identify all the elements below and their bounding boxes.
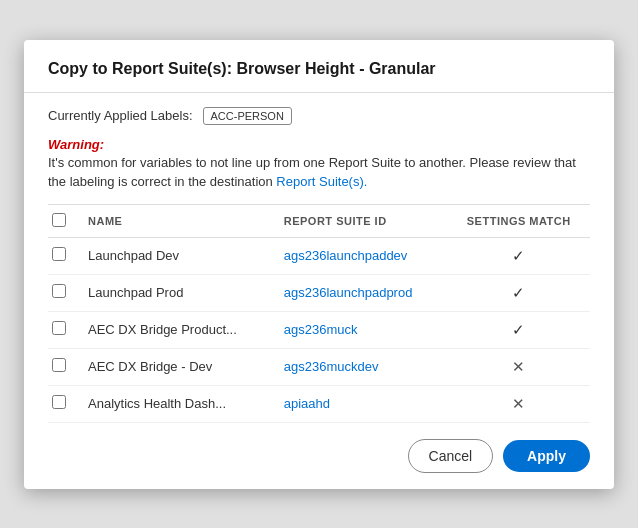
settings-match-column-header: SETTINGS MATCH [448, 204, 590, 237]
copy-to-report-suite-dialog: Copy to Report Suite(s): Browser Height … [24, 40, 614, 489]
row-checkbox-0[interactable] [52, 247, 66, 261]
report-suites-table: NAME REPORT SUITE ID SETTINGS MATCH Laun… [48, 204, 590, 423]
table-header-row: NAME REPORT SUITE ID SETTINGS MATCH [48, 204, 590, 237]
row-checkbox-cell [48, 311, 80, 348]
x-icon: ✕ [512, 358, 525, 375]
row-name: AEC DX Bridge Product... [80, 311, 276, 348]
warning-title: Warning: [48, 137, 104, 152]
apply-button[interactable]: Apply [503, 440, 590, 472]
row-checkbox-2[interactable] [52, 321, 66, 335]
row-name: Launchpad Dev [80, 237, 276, 274]
row-report-suite-id: ags236launchpadprod [276, 274, 448, 311]
row-checkbox-cell [48, 385, 80, 422]
row-checkbox-4[interactable] [52, 395, 66, 409]
row-checkbox-cell [48, 274, 80, 311]
table-row: Analytics Health Dash...apiaahd✕ [48, 385, 590, 422]
dialog-header: Copy to Report Suite(s): Browser Height … [24, 40, 614, 93]
table-body: Launchpad Devags236launchpaddev✓Launchpa… [48, 237, 590, 422]
dialog-footer: Cancel Apply [24, 423, 614, 489]
row-settings-match: ✕ [448, 348, 590, 385]
row-checkbox-cell [48, 237, 80, 274]
report-suite-id-column-header: REPORT SUITE ID [276, 204, 448, 237]
row-checkbox-cell [48, 348, 80, 385]
table-row: AEC DX Bridge Product...ags236muck✓ [48, 311, 590, 348]
x-icon: ✕ [512, 395, 525, 412]
name-column-header: NAME [80, 204, 276, 237]
select-all-header [48, 204, 80, 237]
report-suite-link[interactable]: Report Suite(s). [276, 174, 367, 189]
row-report-suite-id: ags236launchpaddev [276, 237, 448, 274]
row-name: Analytics Health Dash... [80, 385, 276, 422]
table-row: Launchpad Prodags236launchpadprod✓ [48, 274, 590, 311]
check-icon: ✓ [512, 321, 525, 338]
label-badge: ACC-PERSON [203, 107, 292, 125]
row-checkbox-3[interactable] [52, 358, 66, 372]
applied-labels-label: Currently Applied Labels: [48, 108, 193, 123]
check-icon: ✓ [512, 284, 525, 301]
row-settings-match: ✓ [448, 274, 590, 311]
row-report-suite-id: ags236muckdev [276, 348, 448, 385]
row-checkbox-1[interactable] [52, 284, 66, 298]
row-name: Launchpad Prod [80, 274, 276, 311]
dialog-title: Copy to Report Suite(s): Browser Height … [48, 60, 436, 77]
warning-section: Warning: It's common for variables to no… [48, 135, 590, 192]
cancel-button[interactable]: Cancel [408, 439, 494, 473]
table-row: Launchpad Devags236launchpaddev✓ [48, 237, 590, 274]
row-settings-match: ✓ [448, 237, 590, 274]
check-icon: ✓ [512, 247, 525, 264]
row-report-suite-id: apiaahd [276, 385, 448, 422]
row-settings-match: ✓ [448, 311, 590, 348]
table-row: AEC DX Bridge - Devags236muckdev✕ [48, 348, 590, 385]
row-report-suite-id: ags236muck [276, 311, 448, 348]
applied-labels-row: Currently Applied Labels: ACC-PERSON [48, 107, 590, 125]
warning-text: It's common for variables to not line up… [48, 153, 590, 192]
row-settings-match: ✕ [448, 385, 590, 422]
dialog-body: Currently Applied Labels: ACC-PERSON War… [24, 93, 614, 423]
select-all-checkbox[interactable] [52, 213, 66, 227]
row-name: AEC DX Bridge - Dev [80, 348, 276, 385]
